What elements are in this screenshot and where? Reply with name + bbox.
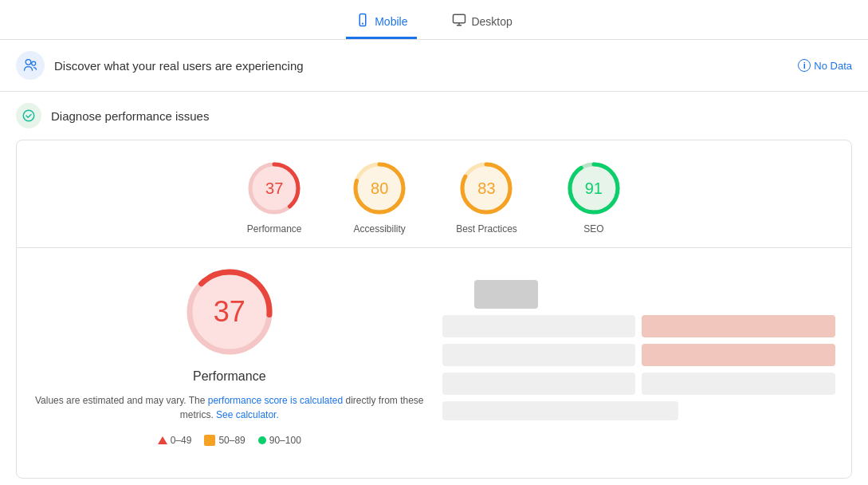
no-data-label: No Data — [814, 60, 852, 72]
performance-detail: 37 Performance Values are estimated and … — [33, 264, 426, 446]
legend-orange-label: 50–89 — [218, 435, 245, 446]
tab-bar: Mobile Desktop — [0, 0, 868, 40]
blurred-block-5 — [642, 344, 835, 366]
score-circle-best-practices: 83 — [458, 160, 515, 217]
legend-orange: 50–89 — [204, 435, 245, 446]
score-label-performance: Performance — [247, 223, 302, 235]
real-users-title: Discover what your real users are experi… — [54, 59, 788, 73]
score-circle-performance: 37 — [245, 160, 303, 217]
blurred-block-7 — [642, 373, 835, 395]
score-item-performance[interactable]: 37 Performance — [245, 160, 303, 235]
blurred-block-8 — [442, 401, 678, 420]
legend-red-label: 0–49 — [171, 435, 192, 446]
score-item-accessibility[interactable]: 80 Accessibility — [351, 160, 408, 235]
svg-rect-2 — [454, 14, 465, 23]
score-label-accessibility: Accessibility — [353, 223, 405, 235]
blurred-grid — [442, 280, 836, 309]
score-item-seo[interactable]: 91 SEO — [565, 160, 623, 235]
score-item-best-practices[interactable]: 83 Best Practices — [456, 160, 517, 235]
no-data-link[interactable]: i No Data — [798, 59, 852, 72]
scores-card: 37 Performance 80 Accessibility — [16, 140, 852, 479]
legend-orange-icon — [204, 435, 215, 446]
svg-point-5 — [26, 60, 31, 65]
tab-mobile[interactable]: Mobile — [346, 6, 417, 39]
score-value-best-practices: 83 — [477, 179, 495, 198]
blurred-block-3 — [642, 315, 835, 337]
note-prefix: Values are estimated and may vary. The — [35, 395, 208, 406]
tab-desktop[interactable]: Desktop — [442, 6, 521, 39]
desktop-icon — [452, 13, 466, 30]
tab-mobile-label: Mobile — [375, 15, 407, 28]
legend-green: 90–100 — [258, 435, 301, 446]
legend-green-label: 90–100 — [269, 435, 301, 446]
scores-row: 37 Performance 80 Accessibility — [17, 160, 851, 247]
legend-row: 0–49 50–89 90–100 — [158, 435, 301, 446]
real-users-icon — [16, 51, 45, 80]
score-circle-accessibility: 80 — [351, 160, 408, 217]
blurred-grid-4 — [442, 373, 836, 395]
real-users-bar: Discover what your real users are experi… — [0, 40, 868, 92]
diagnose-bar: Diagnose performance issues — [0, 92, 868, 140]
tab-desktop-label: Desktop — [471, 15, 512, 28]
blurred-grid-3 — [442, 344, 836, 366]
blurred-grid-2 — [442, 315, 836, 337]
blurred-block-6 — [442, 373, 636, 395]
blurred-block-1 — [474, 280, 538, 309]
svg-point-7 — [23, 110, 34, 121]
note-link1[interactable]: performance score is calculated — [208, 395, 343, 406]
score-value-seo: 91 — [585, 179, 603, 198]
diagnose-icon — [16, 103, 41, 128]
blurred-block-4 — [442, 344, 636, 366]
legend-red: 0–49 — [158, 435, 192, 446]
svg-point-6 — [32, 61, 36, 65]
blurred-block-2 — [442, 315, 636, 337]
diagnose-title: Diagnose performance issues — [51, 109, 209, 123]
mobile-icon — [355, 13, 370, 30]
detail-section: 37 Performance Values are estimated and … — [17, 248, 851, 462]
score-label-seo: SEO — [583, 223, 603, 235]
legend-red-icon — [158, 436, 167, 444]
info-icon: i — [798, 59, 811, 72]
big-score-circle: 37 — [182, 264, 277, 360]
note-link2[interactable]: See calculator. — [216, 409, 279, 420]
performance-note: Values are estimated and may vary. The p… — [33, 393, 426, 422]
score-circle-seo: 91 — [565, 160, 623, 217]
score-label-best-practices: Best Practices — [456, 223, 517, 235]
score-value-accessibility: 80 — [371, 179, 388, 198]
big-score-value: 37 — [214, 295, 245, 329]
blurred-detail — [442, 264, 836, 446]
score-value-performance: 37 — [265, 179, 283, 198]
legend-green-icon — [258, 436, 266, 444]
